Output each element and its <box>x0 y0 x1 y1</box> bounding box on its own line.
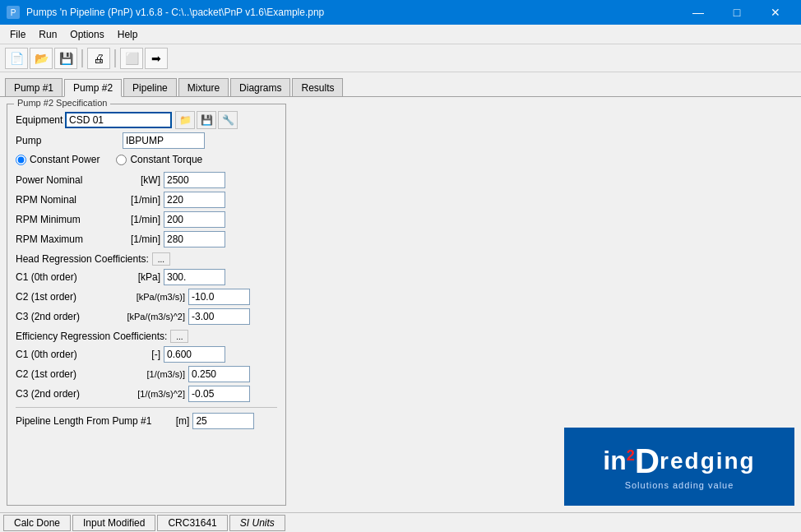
rpm-minimum-input[interactable] <box>164 211 225 228</box>
print-button[interactable]: 🖨 <box>87 48 110 69</box>
maximize-button[interactable]: □ <box>718 0 756 25</box>
menu-file[interactable]: File <box>3 27 32 42</box>
head-c1-unit: [kPa] <box>123 271 164 283</box>
eff-coeff-label: Efficiency Regression Coefficients: <box>16 331 167 342</box>
head-c2-unit: [kPa/(m3/s)] <box>123 292 188 302</box>
pipeline-length-input[interactable] <box>192 413 254 429</box>
eff-c3-input[interactable] <box>188 386 250 402</box>
title-text: Pumps 'n Pipeline (PnP) v1.6.8 - C:\..\p… <box>26 7 324 18</box>
view-button[interactable]: ⬜ <box>120 48 143 69</box>
status-bar: Calc Done Input Modified CRC31641 SI Uni… <box>0 512 801 532</box>
equipment-input[interactable] <box>65 112 172 128</box>
status-calc-done: Calc Done <box>3 515 71 531</box>
head-c2-label: C2 (1st order) <box>16 291 123 303</box>
head-c1-input[interactable] <box>164 269 225 285</box>
power-nominal-label: Power Nominal <box>16 174 123 186</box>
pipeline-length-unit: [m] <box>151 415 192 427</box>
radio-constant-torque[interactable]: Constant Torque <box>116 154 202 165</box>
equipment-row: Equipment 📁 💾 🔧 <box>16 111 277 129</box>
head-coeff-header: Head Regression Coefficients: ... <box>16 252 277 266</box>
tabs-bar: Pump #1 Pump #2 Pipeline Mixture Diagram… <box>0 72 801 97</box>
menu-run[interactable]: Run <box>32 27 63 42</box>
logo-subtitle: Solutions adding value <box>625 480 734 490</box>
eff-coeff-dots-button[interactable]: ... <box>170 330 188 343</box>
app-icon: P <box>7 6 20 19</box>
pump-spec-group: Pump #2 Specification Equipment 📁 💾 🔧 Pu… <box>7 104 286 506</box>
equipment-save-button[interactable]: 💾 <box>197 111 216 129</box>
menu-bar: File Run Options Help <box>0 25 801 44</box>
tab-diagrams[interactable]: Diagrams <box>230 78 290 96</box>
menu-help[interactable]: Help <box>111 27 145 42</box>
tab-results[interactable]: Results <box>292 78 343 96</box>
minimize-button[interactable]: — <box>679 0 717 25</box>
rpm-maximum-unit: [1/min] <box>123 234 164 245</box>
nav-button[interactable]: ➡ <box>145 48 168 69</box>
logo-redging: redging <box>660 448 756 474</box>
rpm-nominal-input[interactable] <box>164 192 225 208</box>
head-c3-input[interactable] <box>188 308 250 325</box>
pump-input[interactable] <box>123 132 205 149</box>
equipment-label: Equipment <box>16 114 65 126</box>
rpm-nominal-row: RPM Nominal [1/min] <box>16 192 277 208</box>
logo-main: in 2 D redging <box>603 444 755 479</box>
eff-c2-row: C2 (1st order) [1/(m3/s)] <box>16 366 277 382</box>
toolbar-separator-2 <box>114 49 116 67</box>
logo-d-letter: D <box>635 444 660 479</box>
eff-c3-unit: [1/(m3/s)^2] <box>123 389 188 399</box>
power-nominal-row: Power Nominal [kW] <box>16 172 277 188</box>
equipment-settings-button[interactable]: 🔧 <box>218 111 238 129</box>
radio-constant-power[interactable]: Constant Power <box>16 154 100 165</box>
eff-c1-label: C1 (0th order) <box>16 349 123 360</box>
rpm-nominal-unit: [1/min] <box>123 194 164 206</box>
tab-pipeline[interactable]: Pipeline <box>123 78 177 96</box>
eff-c1-unit: [-] <box>123 349 164 360</box>
tab-pump1[interactable]: Pump #1 <box>5 78 63 96</box>
equipment-browse-button[interactable]: 📁 <box>175 111 195 129</box>
status-units: SI Units <box>229 515 285 531</box>
head-c2-row: C2 (1st order) [kPa/(m3/s)] <box>16 289 277 305</box>
logo-superscript: 2 <box>627 447 635 465</box>
tab-pump2[interactable]: Pump #2 <box>64 79 122 97</box>
close-button[interactable]: ✕ <box>757 0 794 25</box>
title-bar: P Pumps 'n Pipeline (PnP) v1.6.8 - C:\..… <box>0 0 801 25</box>
head-c3-unit: [kPa/(m3/s)^2] <box>123 312 188 322</box>
pump-label: Pump <box>16 135 123 146</box>
pump-row: Pump <box>16 132 277 149</box>
head-coeff-label: Head Regression Coefficients: <box>16 253 149 265</box>
eff-c2-input[interactable] <box>188 366 250 382</box>
rpm-maximum-label: RPM Maximum <box>16 234 123 245</box>
eff-c3-row: C3 (2nd order) [1/(m3/s)^2] <box>16 386 277 402</box>
open-button[interactable]: 📂 <box>30 48 53 69</box>
group-title: Pump #2 Specification <box>14 98 110 108</box>
save-button[interactable]: 💾 <box>54 48 77 69</box>
head-c2-input[interactable] <box>188 289 250 305</box>
head-coeff-dots-button[interactable]: ... <box>152 252 170 266</box>
toolbar-separator <box>81 49 83 67</box>
form-separator <box>16 407 277 408</box>
eff-c3-label: C3 (2nd order) <box>16 388 123 400</box>
rpm-minimum-unit: [1/min] <box>123 214 164 225</box>
eff-coeff-header: Efficiency Regression Coefficients: ... <box>16 330 277 343</box>
logo-in-text: in <box>603 446 626 476</box>
power-nominal-input[interactable] <box>164 172 225 188</box>
eff-c2-label: C2 (1st order) <box>16 368 123 380</box>
pipeline-length-label: Pipeline Length From Pump #1 <box>16 415 151 427</box>
pipeline-length-row: Pipeline Length From Pump #1 [m] <box>16 413 277 429</box>
toolbar: 📄 📂 💾 🖨 ⬜ ➡ <box>0 44 801 72</box>
head-c1-label: C1 (0th order) <box>16 271 123 283</box>
logo-area: in 2 D redging Solutions adding value <box>286 104 794 506</box>
head-c3-row: C3 (2nd order) [kPa/(m3/s)^2] <box>16 308 277 325</box>
menu-options[interactable]: Options <box>63 27 110 42</box>
logo-box: in 2 D redging Solutions adding value <box>564 428 794 506</box>
new-button[interactable]: 📄 <box>5 48 28 69</box>
rpm-maximum-input[interactable] <box>164 231 225 247</box>
eff-c1-input[interactable] <box>164 346 225 363</box>
rpm-minimum-label: RPM Minimum <box>16 214 123 225</box>
tab-mixture[interactable]: Mixture <box>178 78 229 96</box>
rpm-maximum-row: RPM Maximum [1/min] <box>16 231 277 247</box>
radio-row: Constant Power Constant Torque <box>16 154 277 165</box>
head-c1-row: C1 (0th order) [kPa] <box>16 269 277 285</box>
head-c3-label: C3 (2nd order) <box>16 311 123 322</box>
eff-c1-row: C1 (0th order) [-] <box>16 346 277 363</box>
main-content: Pump #2 Specification Equipment 📁 💾 🔧 Pu… <box>0 97 801 512</box>
